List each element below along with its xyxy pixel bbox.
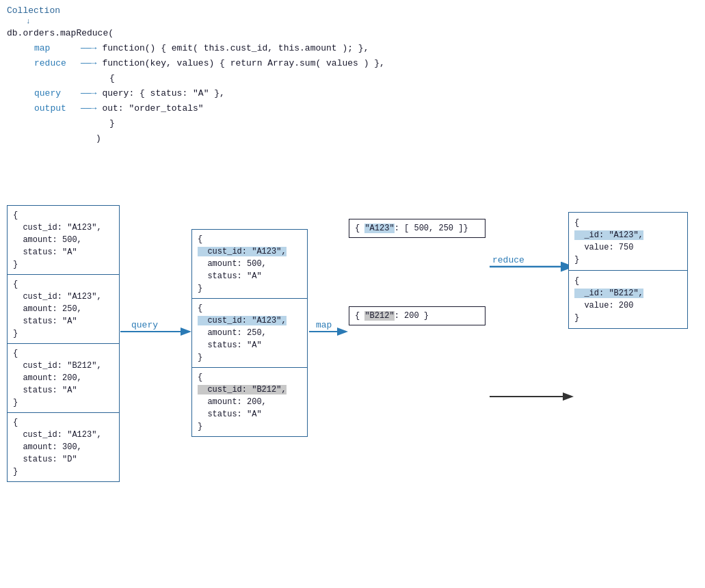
diagram: { cust_id: "A123", amount: 500, status: … bbox=[0, 198, 705, 588]
output-value: out: "order_totals" bbox=[102, 101, 203, 116]
filtered-record-1: { cust_id: "A123", amount: 500, status: … bbox=[192, 230, 307, 299]
reduce-value: function(key, values) { return Array.sum… bbox=[102, 56, 384, 71]
output-label: output bbox=[34, 101, 75, 116]
output-record-a123: { _id: "A123", value: 750 } bbox=[569, 213, 687, 271]
map-label: map bbox=[34, 41, 75, 56]
query-arrow-icon: ——→ bbox=[81, 86, 96, 101]
query-label: query bbox=[34, 86, 75, 101]
map-arrow-label: map bbox=[316, 320, 332, 330]
open-brace: { bbox=[109, 71, 115, 86]
filtered-record-2: { cust_id: "A123", amount: 250, status: … bbox=[192, 299, 307, 368]
output-collection-box: { _id: "A123", value: 750 } { _id: "B212… bbox=[568, 212, 688, 329]
code-close-brace: } bbox=[7, 116, 385, 131]
code-query-line: query ——→ query: { status: "A" }, bbox=[7, 86, 385, 101]
orders-record-4: { cust_id: "A123", amount: 300, status: … bbox=[8, 413, 119, 481]
filtered-record-3: { cust_id: "B212", amount: 200, status: … bbox=[192, 368, 307, 436]
filtered-collection-box: { cust_id: "A123", amount: 500, status: … bbox=[191, 229, 308, 437]
query-arrow-label: query bbox=[131, 320, 158, 330]
orders-record-2: { cust_id: "A123", amount: 250, status: … bbox=[8, 275, 119, 344]
output-record-b212: { _id: "B212", value: 200 } bbox=[569, 271, 687, 328]
close-paren: ) bbox=[96, 131, 101, 146]
map-arrow-icon: ——→ bbox=[81, 41, 96, 56]
code-line-1: db.orders.mapReduce( bbox=[7, 27, 385, 41]
orders-record-1: { cust_id: "A123", amount: 500, status: … bbox=[8, 206, 119, 275]
close-brace: } bbox=[109, 116, 115, 131]
reduce-arrow-label: reduce bbox=[492, 255, 524, 265]
code-text: db.orders.mapReduce( bbox=[7, 28, 114, 38]
reduce-label: reduce bbox=[34, 56, 75, 71]
map-result-b212: { "B212": 200 } bbox=[349, 306, 485, 325]
orders-collection-box: { cust_id: "A123", amount: 500, status: … bbox=[7, 205, 120, 482]
output-arrow-icon: ——→ bbox=[81, 101, 96, 116]
map-results: { "A123": [ 500, 250 ]} { "B212": 200 } bbox=[349, 219, 485, 339]
query-value: query: { status: "A" }, bbox=[102, 86, 224, 101]
code-section: Collection ↓ db.orders.mapReduce( map ——… bbox=[7, 5, 385, 146]
reduce-arrow-icon: ——→ bbox=[81, 56, 96, 71]
code-close-paren: ) bbox=[7, 131, 385, 146]
code-reduce-line: reduce ——→ function(key, values) { retur… bbox=[7, 56, 385, 71]
orders-record-3: { cust_id: "B212", amount: 200, status: … bbox=[8, 344, 119, 413]
code-map-line: map ——→ function() { emit( this.cust_id,… bbox=[7, 41, 385, 56]
map-result-a123: { "A123": [ 500, 250 ]} bbox=[349, 219, 485, 238]
code-open-brace: { bbox=[7, 71, 385, 86]
collection-label: Collection bbox=[7, 5, 385, 16]
map-value: function() { emit( this.cust_id, this.am… bbox=[102, 41, 369, 56]
code-output-line: output ——→ out: "order_totals" bbox=[7, 101, 385, 116]
arrow-down-icon: ↓ bbox=[26, 17, 385, 25]
